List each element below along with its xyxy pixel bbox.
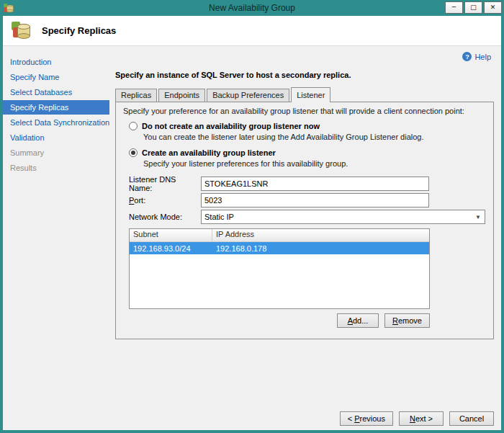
radio-create-listener[interactable]: Create an availability group listener (129, 148, 486, 157)
sidebar-item-specify-name[interactable]: Specify Name (3, 70, 109, 84)
maximize-button[interactable]: □ (464, 1, 482, 14)
ip-address-table-body[interactable]: 192.168.93.0/24 192.168.0.178 (130, 242, 429, 308)
wizard-steps-sidebar: Introduction Specify Name Select Databas… (3, 46, 109, 407)
wizard-body: Introduction Specify Name Select Databas… (3, 46, 501, 407)
radio-create-listener-sublabel: Specify your listener preferences for th… (143, 159, 486, 168)
radio-no-listener-sublabel: You can create the listener later using … (143, 133, 486, 141)
help-icon: ? (462, 52, 472, 61)
sidebar-item-select-databases[interactable]: Select Databases (3, 85, 109, 99)
cell-ip-address: 192.168.0.178 (212, 244, 270, 253)
remove-button[interactable]: Remove (384, 313, 430, 328)
sidebar-item-select-data-synchronization[interactable]: Select Data Synchronization (3, 115, 109, 130)
sidebar-item-summary: Summary (3, 146, 109, 160)
table-row[interactable]: 192.168.93.0/24 192.168.0.178 (130, 242, 429, 254)
network-mode-label: Network Mode: (129, 213, 201, 221)
radio-create-listener-label: Create an availability group listener (142, 148, 276, 157)
cell-subnet: 192.168.93.0/24 (130, 244, 212, 253)
previous-button[interactable]: < Previous (340, 411, 393, 426)
add-button[interactable]: Add... (337, 313, 379, 328)
tab-strip: Replicas Endpoints Backup Preferences Li… (115, 86, 494, 102)
app-icon (3, 3, 14, 14)
column-header-subnet: Subnet (130, 229, 212, 241)
minimize-button[interactable]: ─ (445, 1, 463, 14)
titlebar[interactable]: New Availability Group ─ □ ✕ (0, 0, 504, 16)
dns-name-label: Listener DNS Name: (129, 175, 201, 192)
tab-endpoints[interactable]: Endpoints (158, 89, 205, 102)
network-mode-select[interactable]: Static IP ▼ (201, 210, 485, 224)
column-header-ip-address: IP Address (212, 229, 429, 241)
radio-button-unselected[interactable] (129, 122, 138, 130)
network-mode-value: Static IP (204, 213, 234, 221)
radio-no-listener[interactable]: Do not create an availability group list… (129, 122, 486, 130)
window-title: New Availability Group (209, 3, 295, 13)
radio-button-selected[interactable] (129, 148, 138, 157)
wizard-footer: < Previous Next > Cancel (3, 407, 501, 430)
page-instruction: Specify an instance of SQL Server to hos… (115, 71, 494, 79)
new-availability-group-window: New Availability Group ─ □ ✕ Specify Rep… (0, 0, 504, 433)
chevron-down-icon: ▼ (475, 214, 482, 220)
sidebar-item-specify-replicas[interactable]: Specify Replicas (3, 100, 109, 115)
availability-group-icon (10, 20, 32, 42)
tab-listener[interactable]: Listener (291, 87, 330, 102)
dns-name-input[interactable] (201, 177, 429, 191)
help-label: Help (474, 53, 491, 61)
next-button[interactable]: Next > (399, 411, 444, 426)
help-link[interactable]: ? Help (462, 52, 491, 61)
sidebar-item-introduction[interactable]: Introduction (3, 55, 109, 69)
listener-tab-panel: Specify your preference for an availabil… (115, 102, 494, 339)
table-button-row: Add... Remove (123, 313, 430, 328)
close-button[interactable]: ✕ (484, 1, 502, 14)
window-controls: ─ □ ✕ (445, 1, 502, 14)
listener-form: Listener DNS Name: Port: Network Mode: S… (129, 177, 486, 224)
ip-address-table[interactable]: Subnet IP Address 192.168.93.0/24 192.16… (129, 228, 430, 309)
sidebar-item-results: Results (3, 161, 109, 175)
dialog-client-area: Specify Replicas Introduction Specify Na… (3, 16, 501, 430)
tab-replicas[interactable]: Replicas (115, 89, 157, 102)
cancel-button[interactable]: Cancel (449, 411, 494, 426)
port-input[interactable] (201, 193, 429, 207)
sidebar-item-validation[interactable]: Validation (3, 130, 109, 145)
main-panel: ? Help Specify an instance of SQL Server… (109, 46, 501, 407)
port-label: Port: (129, 196, 201, 205)
radio-no-listener-label: Do not create an availability group list… (142, 122, 320, 130)
wizard-header: Specify Replicas (3, 16, 501, 46)
page-title: Specify Replicas (42, 25, 116, 36)
tab-backup-preferences[interactable]: Backup Preferences (207, 89, 289, 102)
ip-address-table-header: Subnet IP Address (130, 229, 429, 242)
listener-description: Specify your preference for an availabil… (123, 107, 486, 115)
